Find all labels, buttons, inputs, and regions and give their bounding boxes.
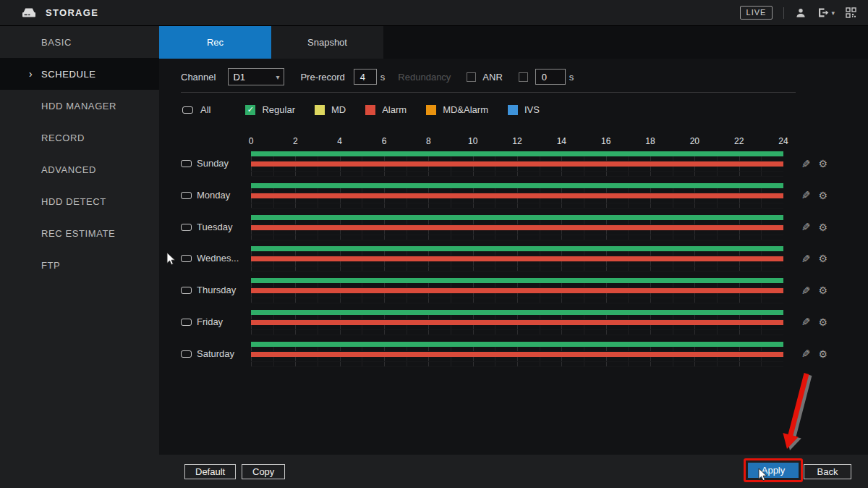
settings-gear-icon[interactable]: ⚙ xyxy=(819,190,828,201)
track-md[interactable] xyxy=(251,156,783,161)
anr-time-checkbox[interactable] xyxy=(519,72,528,82)
sidebar-item-basic[interactable]: BASIC xyxy=(0,26,159,58)
track-ivs[interactable] xyxy=(251,298,783,303)
legend-checkbox-md-alarm[interactable] xyxy=(426,105,436,115)
day-checkbox-monday[interactable] xyxy=(181,192,192,199)
settings-gear-icon[interactable]: ⚙ xyxy=(819,253,828,264)
legend-checkbox-ivs[interactable] xyxy=(508,105,518,115)
legend-item-ivs: IVS xyxy=(508,104,540,115)
hour-tick-label: 18 xyxy=(645,136,655,146)
legend-item-md: MD xyxy=(315,104,346,115)
hour-tick-label: 12 xyxy=(512,136,522,146)
track-regular[interactable] xyxy=(251,310,783,315)
track-md-alarm[interactable] xyxy=(251,261,783,266)
track-ivs[interactable] xyxy=(251,172,783,177)
chevron-down-icon: ▾ xyxy=(276,73,279,81)
sidebar-item-hdd-manager[interactable]: HDD MANAGER xyxy=(0,90,159,122)
all-checkbox[interactable] xyxy=(182,106,193,114)
track-regular[interactable] xyxy=(251,278,783,283)
schedule-segment-regular xyxy=(251,342,783,347)
track-alarm[interactable] xyxy=(251,256,783,261)
track-alarm[interactable] xyxy=(251,225,783,230)
settings-gear-icon[interactable]: ⚙ xyxy=(819,349,828,359)
sidebar-item-record[interactable]: RECORD xyxy=(0,122,159,153)
channel-label: Channel xyxy=(181,72,216,83)
legend-checkbox-alarm[interactable] xyxy=(365,105,375,115)
prerecord-input[interactable]: 4 xyxy=(354,69,377,85)
anr-label: ANR xyxy=(482,72,502,83)
edit-pencil-icon[interactable]: ✎ xyxy=(801,285,811,296)
tab-snapshot[interactable]: Snapshot xyxy=(271,26,383,59)
hour-tick-label: 22 xyxy=(734,136,744,146)
track-md[interactable] xyxy=(251,315,783,320)
track-md-alarm[interactable] xyxy=(251,167,783,172)
day-checkbox-wednes[interactable] xyxy=(181,255,192,262)
legend-checkbox-md[interactable] xyxy=(315,105,325,115)
edit-pencil-icon[interactable]: ✎ xyxy=(801,316,811,327)
logout-icon[interactable]: ▾ xyxy=(817,7,835,18)
track-alarm[interactable] xyxy=(251,288,783,293)
edit-pencil-icon[interactable]: ✎ xyxy=(801,253,811,264)
track-regular[interactable] xyxy=(251,342,783,347)
settings-gear-icon[interactable]: ⚙ xyxy=(819,159,828,169)
default-button[interactable]: Default xyxy=(184,464,236,479)
track-ivs[interactable] xyxy=(251,235,783,240)
track-md-alarm[interactable] xyxy=(251,230,783,235)
qr-code-icon[interactable] xyxy=(846,7,856,18)
track-md[interactable] xyxy=(251,347,783,352)
prerecord-unit: s xyxy=(380,72,386,83)
legend-all[interactable]: All xyxy=(182,104,210,115)
track-md[interactable] xyxy=(251,188,783,193)
back-button[interactable]: Back xyxy=(804,464,851,479)
track-md-alarm[interactable] xyxy=(251,293,783,298)
track-alarm[interactable] xyxy=(251,161,783,167)
sidebar-item-advanced[interactable]: ADVANCED xyxy=(0,153,159,185)
track-md-alarm[interactable] xyxy=(251,325,783,330)
track-md[interactable] xyxy=(251,251,783,256)
settings-gear-icon[interactable]: ⚙ xyxy=(819,317,828,327)
track-md[interactable] xyxy=(251,220,783,225)
anr-time-input[interactable]: 0 xyxy=(535,69,566,85)
day-checkbox-sunday[interactable] xyxy=(181,160,192,167)
settings-gear-icon[interactable]: ⚙ xyxy=(819,285,828,295)
sidebar-item-schedule[interactable]: ›SCHEDULE xyxy=(0,58,159,90)
sidebar-item-ftp[interactable]: FTP xyxy=(0,249,159,281)
edit-pencil-icon[interactable]: ✎ xyxy=(801,222,811,232)
day-checkbox-tuesday[interactable] xyxy=(181,224,192,231)
sidebar-item-hdd-detect[interactable]: HDD DETECT xyxy=(0,185,159,217)
track-regular[interactable] xyxy=(251,215,783,220)
track-ivs[interactable] xyxy=(251,330,783,335)
track-md-alarm[interactable] xyxy=(251,357,783,362)
track-regular[interactable] xyxy=(251,246,783,251)
legend-checkbox-regular[interactable]: ✓ xyxy=(245,105,255,115)
user-icon[interactable] xyxy=(795,7,807,19)
track-ivs[interactable] xyxy=(251,266,783,272)
track-md[interactable] xyxy=(251,283,783,288)
sidebar-item-label: HDD DETECT xyxy=(41,196,106,207)
copy-button[interactable]: Copy xyxy=(242,464,285,479)
track-ivs[interactable] xyxy=(251,203,783,209)
day-checkbox-friday[interactable] xyxy=(181,319,192,326)
track-regular[interactable] xyxy=(251,183,783,188)
track-ivs[interactable] xyxy=(251,362,783,367)
channel-select[interactable]: D1 ▾ xyxy=(228,68,284,85)
apply-button[interactable]: Apply xyxy=(748,463,799,478)
track-regular[interactable] xyxy=(251,151,783,156)
track-md-alarm[interactable] xyxy=(251,198,783,203)
track-alarm[interactable] xyxy=(251,193,783,198)
track-alarm[interactable] xyxy=(251,320,783,325)
row-tools: ✎⚙ xyxy=(801,214,827,240)
sidebar-item-rec-estimate[interactable]: REC ESTIMATE xyxy=(0,217,159,249)
edit-pencil-icon[interactable]: ✎ xyxy=(801,348,811,359)
anr-checkbox[interactable] xyxy=(467,72,476,82)
top-bar-left: STORAGE xyxy=(0,7,98,19)
live-button[interactable]: LIVE xyxy=(740,6,773,20)
tab-rec[interactable]: Rec xyxy=(159,26,271,59)
track-alarm[interactable] xyxy=(251,352,783,357)
day-checkbox-thursday[interactable] xyxy=(181,287,192,294)
day-label: Friday xyxy=(197,316,250,327)
edit-pencil-icon[interactable]: ✎ xyxy=(801,159,811,169)
edit-pencil-icon[interactable]: ✎ xyxy=(801,190,811,201)
settings-gear-icon[interactable]: ⚙ xyxy=(819,222,828,232)
day-checkbox-saturday[interactable] xyxy=(181,350,192,358)
